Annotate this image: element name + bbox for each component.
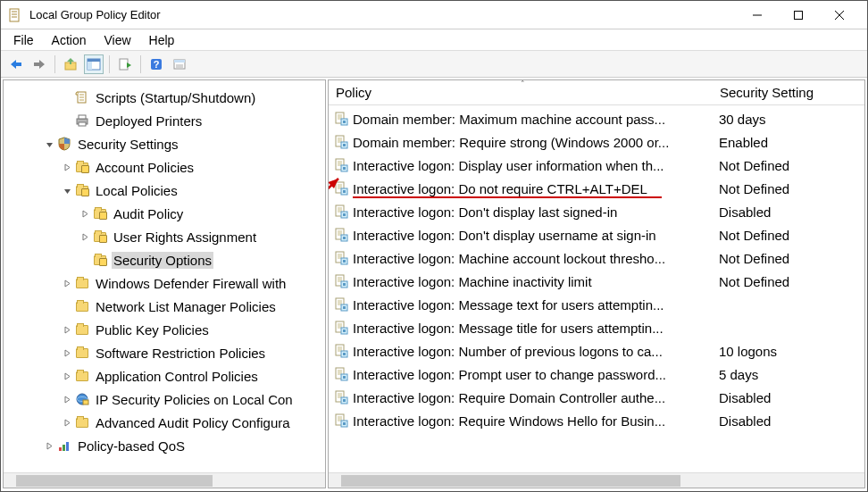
list-h-scrollbar[interactable] — [329, 472, 864, 488]
menu-help[interactable]: Help — [140, 31, 184, 49]
svg-rect-31 — [66, 442, 69, 451]
svg-rect-109 — [343, 399, 346, 402]
collapse-icon[interactable] — [43, 138, 55, 150]
expand-icon[interactable] — [61, 346, 73, 359]
close-button[interactable] — [819, 2, 860, 29]
policy-setting: Not Defined — [712, 181, 789, 196]
policy-icon — [334, 413, 348, 428]
menu-file[interactable]: File — [4, 31, 43, 49]
expand-icon[interactable] — [61, 370, 73, 382]
svg-rect-49 — [343, 167, 346, 170]
policy-row[interactable]: Interactive logon: Don't display usernam… — [332, 223, 864, 246]
help-button[interactable]: ? — [146, 54, 166, 74]
expand-icon[interactable] — [61, 277, 73, 289]
tree-item[interactable]: Network List Manager Policies — [7, 295, 325, 318]
policy-row[interactable]: Interactive logon: Machine inactivity li… — [332, 270, 864, 293]
policy-icon — [334, 344, 348, 358]
list-header: Policy Security Setting — [329, 80, 864, 105]
policy-icon — [334, 321, 348, 335]
policy-row[interactable]: Interactive logon: Message title for use… — [332, 316, 864, 339]
svg-rect-16 — [174, 60, 185, 63]
maximize-button[interactable] — [778, 2, 819, 29]
tree-item[interactable]: Deployed Printers — [7, 109, 325, 132]
policy-setting: Not Defined — [712, 228, 789, 243]
tree-item[interactable]: Windows Defender Firewall with — [7, 271, 325, 295]
annotation-arrow — [328, 174, 340, 246]
svg-rect-55 — [343, 190, 346, 193]
tree-item[interactable]: User Rights Assignment — [7, 225, 325, 248]
column-policy[interactable]: Policy — [329, 81, 713, 104]
svg-rect-97 — [343, 353, 346, 355]
back-button[interactable] — [6, 54, 26, 74]
policy-row[interactable]: Interactive logon: Display user informat… — [332, 154, 864, 177]
tree-item[interactable]: Account Policies — [7, 155, 325, 179]
svg-rect-28 — [83, 400, 88, 404]
policy-icon — [334, 367, 348, 381]
properties-button[interactable] — [170, 54, 189, 74]
expand-icon[interactable] — [61, 323, 73, 336]
tree-item-label: User Rights Assignment — [112, 229, 258, 246]
policy-setting: 10 logons — [712, 344, 777, 359]
tree-item[interactable]: Local Policies — [7, 179, 325, 202]
svg-rect-12 — [120, 59, 128, 70]
tree-item[interactable]: Public Key Policies — [7, 318, 325, 341]
expand-icon[interactable] — [61, 416, 73, 429]
tree-item[interactable]: Audit Policy — [7, 202, 325, 225]
collapse-icon[interactable] — [61, 184, 73, 196]
policy-name: Interactive logon: Message text for user… — [353, 297, 712, 313]
tree-item[interactable]: IP Security Policies on Local Con — [7, 388, 325, 411]
tree-item[interactable]: Scripts (Startup/Shutdown) — [7, 86, 325, 109]
forward-button[interactable] — [29, 54, 49, 74]
tree-item[interactable]: Advanced Audit Policy Configura — [7, 411, 325, 434]
menu-action[interactable]: Action — [43, 31, 96, 49]
policy-name: Interactive logon: Number of previous lo… — [353, 344, 712, 359]
tree-item-label: IP Security Policies on Local Con — [94, 391, 295, 408]
policy-row[interactable]: Interactive logon: Prompt user to change… — [332, 363, 864, 386]
up-button[interactable] — [61, 54, 80, 74]
list-panel: Policy Security Setting Domain member: M… — [328, 79, 865, 488]
tree-item-label: Audit Policy — [112, 205, 185, 222]
policy-row[interactable]: Interactive logon: Don't display last si… — [332, 200, 864, 223]
show-tree-button[interactable] — [84, 54, 104, 74]
minimize-button[interactable] — [737, 2, 778, 29]
expand-icon[interactable] — [43, 439, 55, 452]
tree-item[interactable]: Policy-based QoS — [7, 434, 325, 457]
column-setting[interactable]: Security Setting — [713, 81, 822, 104]
expand-icon[interactable] — [79, 207, 91, 220]
policy-row[interactable]: Interactive logon: Require Domain Contro… — [332, 386, 864, 409]
folderlock-icon — [93, 206, 107, 221]
tree-item[interactable]: Security Options — [7, 248, 325, 271]
export-button[interactable] — [115, 54, 135, 74]
policy-name: Interactive logon: Machine account locko… — [353, 251, 712, 266]
policy-row[interactable]: Interactive logon: Do not require CTRL+A… — [332, 177, 864, 200]
policy-row[interactable]: Domain member: Require strong (Windows 2… — [332, 130, 864, 154]
shield-icon — [57, 137, 71, 151]
policy-name: Interactive logon: Don't display usernam… — [353, 228, 712, 243]
policy-row[interactable]: Domain member: Maximum machine account p… — [332, 107, 864, 130]
policy-name: Interactive logon: Prompt user to change… — [353, 367, 712, 382]
policy-setting: Not Defined — [712, 158, 789, 173]
menu-view[interactable]: View — [95, 31, 139, 49]
policy-row[interactable]: Interactive logon: Message text for user… — [332, 293, 864, 316]
svg-rect-0 — [10, 9, 19, 21]
tree-item[interactable]: Application Control Policies — [7, 364, 325, 388]
app-icon — [8, 8, 22, 22]
tree-item[interactable]: Security Settings — [7, 132, 325, 155]
expand-icon[interactable] — [61, 161, 73, 173]
no-expander — [79, 254, 91, 266]
svg-rect-85 — [343, 306, 346, 309]
folder-icon — [75, 276, 89, 290]
expand-icon[interactable] — [61, 393, 73, 405]
tree-item-label: Policy-based QoS — [76, 438, 187, 454]
expand-icon[interactable] — [79, 230, 91, 243]
tree-item-label: Network List Manager Policies — [94, 298, 278, 315]
policy-row[interactable]: Interactive logon: Machine account locko… — [332, 246, 864, 270]
policy-row[interactable]: Interactive logon: Number of previous lo… — [332, 339, 864, 363]
tree-item-label: Deployed Printers — [94, 113, 204, 129]
policy-name: Domain member: Require strong (Windows 2… — [353, 135, 712, 150]
svg-rect-103 — [343, 376, 346, 379]
tree-h-scrollbar[interactable] — [4, 472, 325, 488]
policy-row[interactable]: Interactive logon: Require Windows Hello… — [332, 409, 864, 432]
menubar: File Action View Help — [1, 29, 867, 51]
tree-item[interactable]: Software Restriction Policies — [7, 341, 325, 364]
